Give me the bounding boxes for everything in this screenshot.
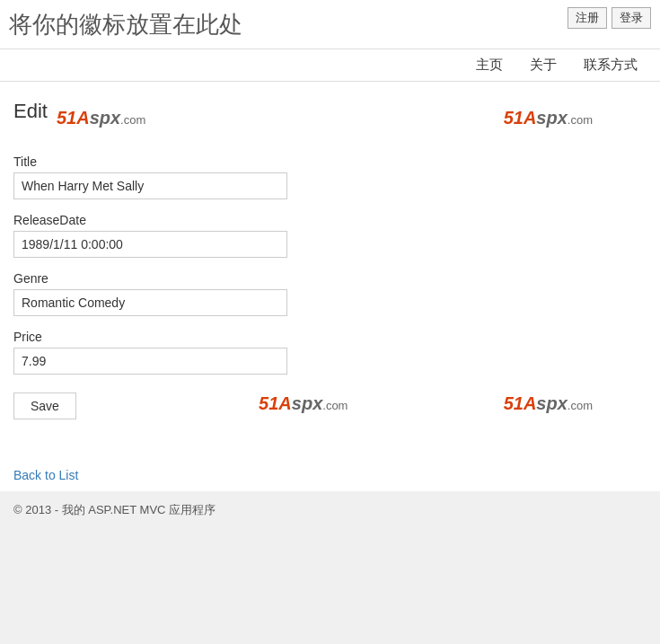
logo-51aspx-bottom-left: 51Aspx.com (259, 393, 348, 414)
back-link-section: Back to List (0, 459, 660, 491)
title-input[interactable] (13, 172, 287, 199)
logo-51aspx-top-right: 51Aspx.com (504, 108, 593, 128)
back-to-list-link[interactable]: Back to List (13, 468, 78, 482)
price-field-group: Price (13, 330, 647, 375)
release-date-input[interactable] (13, 231, 287, 258)
footer: © 2013 - 我的 ASP.NET MVC 应用程序 (0, 491, 660, 529)
genre-label: Genre (13, 271, 647, 286)
nav-about[interactable]: 关于 (516, 49, 570, 81)
login-button[interactable]: 登录 (612, 7, 651, 29)
nav-home[interactable]: 主页 (462, 49, 516, 81)
price-input[interactable] (13, 348, 287, 375)
price-label: Price (13, 330, 647, 344)
auth-buttons: 注册 登录 (568, 7, 651, 29)
release-date-label: ReleaseDate (13, 213, 647, 227)
title-label: Title (13, 154, 647, 169)
title-field-group: Title (13, 154, 647, 199)
footer-copyright: © 2013 - 我的 ASP.NET MVC 应用程序 (13, 503, 216, 516)
nav-contact[interactable]: 联系方式 (570, 49, 651, 81)
release-date-field-group: ReleaseDate (13, 213, 647, 258)
page-title: Edit (13, 100, 48, 123)
nav-bar: 主页 关于 联系方式 (0, 49, 660, 82)
genre-input[interactable] (13, 289, 287, 316)
header: 将你的徽标放置在此处 注册 登录 (0, 0, 660, 49)
save-button[interactable]: Save (13, 393, 76, 419)
logo-51aspx-bottom-right: 51Aspx.com (504, 393, 593, 414)
genre-field-group: Genre (13, 271, 647, 316)
main-content: Edit 51Aspx.com 51Aspx.com Title Release… (0, 82, 660, 459)
logo-51aspx-top-left: 51Aspx.com (57, 108, 145, 128)
register-button[interactable]: 注册 (568, 7, 607, 29)
site-logo-text: 将你的徽标放置在此处 (9, 9, 242, 40)
